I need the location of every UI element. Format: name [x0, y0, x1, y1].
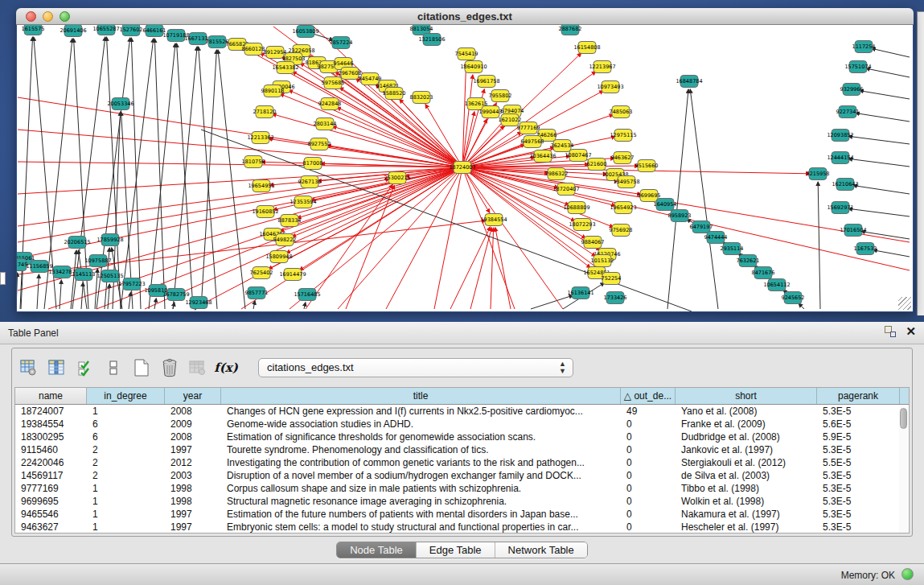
graph-node[interactable]: 12213363	[247, 132, 273, 144]
table-row[interactable]: 946554611997Estimation of the future num…	[15, 508, 909, 521]
graph-node[interactable]: 1615575	[22, 25, 45, 35]
graph-node[interactable]: 5498222	[273, 234, 297, 246]
graph-node[interactable]: 2718120	[253, 106, 277, 118]
graph-node[interactable]: 2887682	[559, 25, 582, 35]
graph-node[interactable]: 10655287	[92, 25, 119, 35]
tab-network-table[interactable]: Network Table	[495, 542, 587, 558]
graph-node[interactable]: 15692971	[827, 202, 853, 214]
graph-node[interactable]: 18640910	[460, 61, 487, 73]
graph-node[interactable]: 9884067	[581, 237, 605, 249]
graph-node[interactable]: 1588520	[383, 88, 406, 100]
graph-node[interactable]: 25300215	[384, 172, 410, 184]
graph-node[interactable]: 16848784	[676, 76, 702, 88]
graph-node[interactable]: 20053346	[107, 98, 133, 110]
graph-node[interactable]: 9242848	[318, 98, 342, 110]
graph-node[interactable]: 19654955	[248, 180, 274, 192]
column-header-6[interactable]: pagerank	[817, 388, 900, 404]
graph-node[interactable]: 9857771	[245, 287, 269, 299]
graph-node[interactable]: 20691406	[60, 25, 86, 37]
graph-node[interactable]: 9245652	[782, 292, 805, 304]
graph-node[interactable]: 7625402	[250, 267, 273, 279]
graph-node[interactable]: 1733426	[604, 292, 627, 304]
tab-node-table[interactable]: Node Table	[337, 542, 417, 558]
graph-node[interactable]: 7955802	[489, 90, 512, 102]
table-row[interactable]: 977716911998Corpus callosum shape and si…	[15, 482, 909, 495]
graph-node[interactable]: 7485063	[610, 106, 633, 118]
graph-node[interactable]: 17957223	[118, 278, 145, 290]
column-header-2[interactable]: year	[165, 388, 221, 404]
graph-node[interactable]: 9756928	[610, 225, 633, 237]
graph-node[interactable]: 1015132	[591, 255, 614, 267]
graph-node[interactable]: 1167533	[854, 243, 877, 255]
graph-node[interactable]: 9267130	[298, 176, 322, 188]
graph-node[interactable]: 8878334	[278, 215, 302, 227]
graph-node[interactable]: 15716485	[294, 289, 320, 301]
graph-node[interactable]: 16210643	[832, 179, 858, 191]
graph-node[interactable]: 8832023	[410, 92, 433, 104]
graph-node[interactable]: 9890118	[261, 85, 285, 97]
table-row[interactable]: 969969511998Structural magnetic resonanc…	[15, 495, 909, 508]
graph-node[interactable]: 10973493	[597, 81, 623, 93]
table-mode-icon[interactable]	[18, 357, 39, 378]
graph-node[interactable]: 7545419	[455, 48, 478, 60]
table-source-dropdown[interactable]: citations_edges.txt ▲▼	[258, 358, 573, 377]
graph-node[interactable]: 20206515	[64, 237, 90, 249]
column-header-1[interactable]: in_degree	[87, 388, 165, 404]
graph-node[interactable]: 12444154	[827, 152, 853, 164]
graph-node[interactable]: 7857224	[330, 37, 353, 49]
tab-edge-table[interactable]: Edge Table	[417, 542, 495, 558]
function-builder-icon[interactable]: f(x)	[216, 357, 236, 378]
graph-node[interactable]: 10654112	[763, 279, 790, 291]
graph-node[interactable]: 19654923	[610, 202, 636, 214]
show-columns-icon[interactable]	[47, 357, 68, 378]
float-panel-icon[interactable]	[885, 326, 896, 337]
graph-node[interactable]: 6497568	[521, 136, 544, 148]
graph-node[interactable]: 8927552	[308, 138, 331, 150]
graph-node[interactable]: 16053809	[292, 26, 318, 38]
close-panel-icon[interactable]: ✕	[906, 326, 916, 337]
graph-node[interactable]: 8215958	[807, 168, 830, 180]
graph-node[interactable]: 16136141	[567, 287, 593, 299]
window-resize-grip[interactable]	[898, 297, 911, 310]
graph-node[interactable]: 752254	[602, 273, 622, 285]
table-scrollbar[interactable]	[899, 406, 908, 533]
graph-node[interactable]: 9329966	[840, 84, 864, 96]
graph-node[interactable]: 7632621	[737, 255, 760, 267]
graph-node[interactable]: 17859928	[97, 234, 123, 246]
graph-node[interactable]: 19384554	[480, 214, 507, 226]
graph-node[interactable]: 1117254	[852, 41, 876, 53]
new-table-icon[interactable]	[131, 357, 152, 378]
graph-node[interactable]: 12975115	[610, 130, 636, 142]
graph-node[interactable]: 2803144	[314, 118, 337, 130]
table-row[interactable]: 2242004622012Investigating the contribut…	[15, 456, 909, 469]
graph-node[interactable]: 8660128	[242, 43, 265, 56]
table-row[interactable]: 1872400712008Changes of HCN gene express…	[15, 405, 909, 418]
graph-node[interactable]: 9463627	[611, 152, 634, 164]
column-header-3[interactable]: title	[221, 388, 621, 404]
table-row[interactable]: 946362711997Embryonic stem cells: a mode…	[15, 521, 909, 534]
table-row[interactable]: 1456911722003Disruption of a novel membe…	[15, 469, 909, 482]
graph-node[interactable]: 16961758	[473, 76, 499, 88]
graph-node[interactable]: 8471676	[752, 267, 775, 279]
graph-node[interactable]: 19160852	[252, 206, 278, 218]
table-row[interactable]: 1830029562008Estimation of significance …	[15, 431, 909, 443]
graph-node[interactable]: 9474444	[704, 232, 728, 244]
graph-node[interactable]: 16154808	[573, 42, 600, 54]
column-header-5[interactable]: short	[676, 388, 817, 404]
graph-node[interactable]: 9227341	[836, 106, 860, 118]
table-scrollbar-thumb[interactable]	[900, 408, 907, 429]
graph-node[interactable]: 10688809	[563, 202, 589, 214]
table-row[interactable]: 1938455462009Genome-wide association stu…	[15, 418, 909, 431]
graph-node[interactable]: 1810756	[242, 156, 265, 168]
graph-node[interactable]: 12923468	[185, 297, 211, 309]
graph-node[interactable]: 1145113	[72, 269, 96, 281]
graph-node[interactable]: 5975685	[322, 77, 345, 89]
graph-node[interactable]: 1527602	[120, 25, 143, 36]
graph-node[interactable]: 8958923	[668, 210, 692, 222]
graph-node[interactable]: 7986322	[545, 168, 569, 180]
graph-node[interactable]: 621600	[587, 159, 607, 171]
graph-node[interactable]: 2935114	[721, 243, 744, 255]
graph-node[interactable]: 15751074	[844, 61, 871, 73]
column-header-0[interactable]: name	[15, 388, 87, 404]
graph-node[interactable]: 12213967	[589, 61, 615, 73]
